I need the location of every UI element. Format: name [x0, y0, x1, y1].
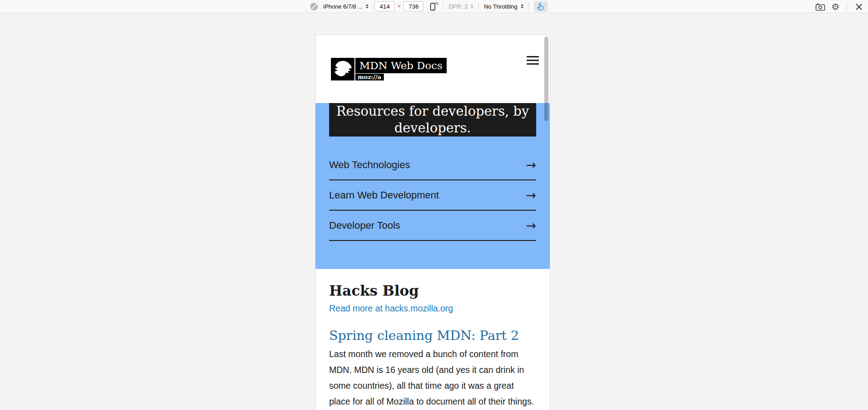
mobile-viewport: MDN Web Docs moz://a Resources for devel… [316, 35, 550, 410]
logo-tagline: moz://a [355, 74, 384, 80]
arrow-right-icon: → [526, 158, 536, 172]
device-toolbar: iPhone 6/7/8 ... × DPR: 3 No Thro [0, 0, 868, 13]
hacks-blog-heading: Hacks Blog [329, 283, 536, 299]
chevron-updown-icon [471, 4, 473, 9]
toolbar-separator [528, 2, 529, 10]
throttling-selector[interactable]: No Throttling [484, 3, 523, 10]
hero-link-label: Web Technologies [329, 159, 410, 171]
mdn-logo-link[interactable]: MDN Web Docs moz://a [331, 58, 447, 80]
dpr-label: DPR: 3 [448, 3, 467, 10]
circle-slash [311, 4, 317, 9]
camera-icon [816, 3, 825, 11]
touch-pointer-icon [536, 2, 545, 11]
hero-title: Resources for developers, by developers. [329, 103, 536, 137]
hamburger-bar [527, 60, 539, 61]
rotate-viewport-button[interactable] [428, 1, 438, 11]
toolbar-separator [847, 3, 847, 11]
hero-link-label: Developer Tools [329, 220, 400, 231]
gear-icon: ⚙ [831, 2, 840, 11]
settings-button[interactable]: ⚙ [831, 2, 840, 11]
throttling-label: No Throttling [484, 3, 517, 10]
close-icon: × [854, 2, 863, 11]
device-toolbar-left-group: iPhone 6/7/8 ... × DPR: 3 No Thro [310, 0, 547, 13]
device-selector-label: iPhone 6/7/8 ... [323, 3, 363, 10]
hamburger-bar [527, 63, 539, 65]
article-excerpt: Last month we removed a bunch of content… [329, 346, 536, 410]
arrow-right-icon: → [526, 218, 536, 232]
hacks-blog-section: Hacks Blog Read more at hacks.mozilla.or… [316, 283, 550, 410]
close-rdm-button[interactable]: × [854, 2, 863, 11]
chevron-updown-icon [521, 4, 524, 9]
screenshot-button[interactable] [816, 3, 825, 11]
hero-link-developer-tools[interactable]: Developer Tools → [329, 211, 536, 241]
toolbar-separator [443, 2, 443, 10]
hero-link-web-technologies[interactable]: Web Technologies → [329, 150, 536, 180]
toolbar-separator [478, 2, 479, 10]
rotate-phone-icon [428, 1, 438, 11]
disabled-circle-icon [310, 3, 318, 10]
logo-text-block: MDN Web Docs moz://a [355, 58, 447, 80]
read-more-link[interactable]: Read more at hacks.mozilla.org [329, 303, 536, 314]
site-header: MDN Web Docs moz://a [316, 35, 550, 89]
scrollbar-thumb[interactable] [544, 37, 548, 121]
hero-link-learn-web-development[interactable]: Learn Web Development → [329, 180, 536, 211]
touch-simulation-button[interactable] [534, 1, 547, 12]
arrow-right-icon: → [526, 188, 536, 202]
device-selector[interactable]: iPhone 6/7/8 ... [323, 3, 368, 10]
chevron-updown-icon [366, 4, 368, 9]
hamburger-bar [527, 56, 539, 57]
viewport-height-input[interactable] [403, 1, 424, 11]
dimension-times-separator: × [397, 3, 401, 9]
hero-link-label: Learn Web Development [329, 189, 439, 201]
logo-title: MDN Web Docs [355, 58, 447, 73]
dpr-selector[interactable]: DPR: 3 [448, 3, 473, 10]
hero-nav: Web Technologies → Learn Web Development… [329, 150, 536, 241]
hero-section: Resources for developers, by developers.… [316, 103, 550, 269]
device-toolbar-right-group: ⚙ × [816, 0, 868, 13]
article-title-link[interactable]: Spring cleaning MDN: Part 2 [329, 328, 536, 344]
mdn-dino-icon [331, 58, 354, 80]
viewport-width-input[interactable] [374, 1, 395, 11]
hamburger-menu-button[interactable] [527, 56, 539, 65]
